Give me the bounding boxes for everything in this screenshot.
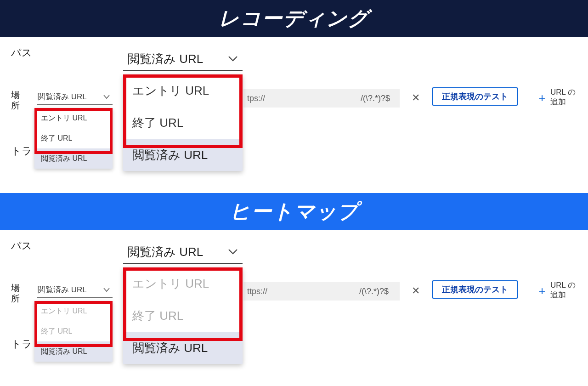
plus-icon: + (538, 91, 545, 105)
place-url-type-select[interactable]: 閲覧済み URL (37, 91, 113, 105)
url-suffix: /(\?.*)?$ (356, 94, 395, 103)
place-dropdown-popup: エントリ URL 終了 URL 閲覧済み URL (34, 108, 113, 169)
tracking-label: トラ (11, 144, 32, 158)
section-recording: パス 閲覧済み URL 場 所 閲覧済み URL tps:// /(\?.*)?… (0, 37, 588, 193)
path-url-type-select[interactable]: 閲覧済み URL (123, 244, 243, 264)
close-icon: ✕ (412, 92, 420, 103)
banner-heatmap: ヒートマップ (0, 193, 588, 230)
dropdown-option-exit: 終了 URL (123, 300, 243, 332)
url-domain-mask (269, 89, 356, 108)
path-label: パス (11, 46, 32, 60)
add-url-button[interactable]: + (537, 91, 548, 105)
section-heatmap: パス 閲覧済み URL 場 所 閲覧済み URL ttps:// /(\?.*)… (0, 230, 588, 386)
clear-url-button[interactable]: ✕ (409, 92, 422, 104)
dropdown-option-exit[interactable]: 終了 URL (34, 128, 113, 148)
banner-heatmap-text: ヒートマップ (230, 198, 359, 225)
banner-recording-text: レコーディング (219, 5, 369, 32)
dropdown-option-exit: 終了 URL (34, 321, 113, 341)
add-url-label: URL の 追加 (550, 280, 576, 300)
url-pattern-input[interactable]: tps:// /(\?.*)?$ (243, 89, 400, 108)
url-prefix: ttps:// (243, 287, 271, 296)
clear-url-button[interactable]: ✕ (409, 285, 422, 297)
url-suffix: /(\?.*)?$ (355, 287, 393, 296)
chevron-down-icon (103, 288, 110, 292)
dropdown-option-entry[interactable]: エントリ URL (34, 108, 113, 128)
place-label: 場 所 (11, 90, 29, 111)
chevron-down-icon (103, 95, 110, 99)
place-url-type-value: 閲覧済み URL (38, 91, 87, 102)
test-regex-label: 正規表現のテスト (442, 91, 508, 102)
tracking-label: トラ (11, 337, 32, 351)
path-url-type-value: 閲覧済み URL (128, 244, 203, 260)
url-pattern-input[interactable]: ttps:// /(\?.*)?$ (243, 282, 400, 301)
url-domain-mask (271, 282, 355, 301)
add-url-button[interactable]: + (537, 284, 548, 298)
test-regex-button[interactable]: 正規表現のテスト (432, 280, 518, 299)
dropdown-option-visited[interactable]: 閲覧済み URL (123, 332, 243, 364)
chevron-down-icon (228, 249, 238, 255)
plus-icon: + (538, 284, 545, 298)
dropdown-option-exit[interactable]: 終了 URL (123, 107, 243, 139)
dropdown-option-entry[interactable]: エントリ URL (123, 74, 243, 107)
path-url-type-select[interactable]: 閲覧済み URL (123, 51, 243, 71)
test-regex-button[interactable]: 正規表現のテスト (432, 87, 518, 106)
path-dropdown-popup: エントリ URL 終了 URL 閲覧済み URL (123, 267, 243, 364)
url-prefix: tps:// (243, 94, 269, 103)
place-label: 場 所 (11, 283, 29, 304)
dropdown-option-entry: エントリ URL (34, 301, 113, 321)
test-regex-label: 正規表現のテスト (442, 284, 508, 295)
path-url-type-value: 閲覧済み URL (128, 51, 203, 67)
close-icon: ✕ (412, 285, 420, 296)
add-url-label: URL の 追加 (550, 87, 576, 107)
dropdown-option-entry: エントリ URL (123, 267, 243, 300)
dropdown-option-visited[interactable]: 閲覧済み URL (123, 139, 243, 171)
place-url-type-value: 閲覧済み URL (38, 284, 87, 295)
path-dropdown-popup: エントリ URL 終了 URL 閲覧済み URL (123, 74, 243, 171)
dropdown-option-visited[interactable]: 閲覧済み URL (34, 148, 113, 169)
banner-recording: レコーディング (0, 0, 588, 37)
path-label: パス (11, 239, 32, 253)
place-url-type-select[interactable]: 閲覧済み URL (37, 284, 113, 298)
chevron-down-icon (228, 56, 238, 62)
place-dropdown-popup: エントリ URL 終了 URL 閲覧済み URL (34, 301, 113, 362)
dropdown-option-visited[interactable]: 閲覧済み URL (34, 341, 113, 362)
